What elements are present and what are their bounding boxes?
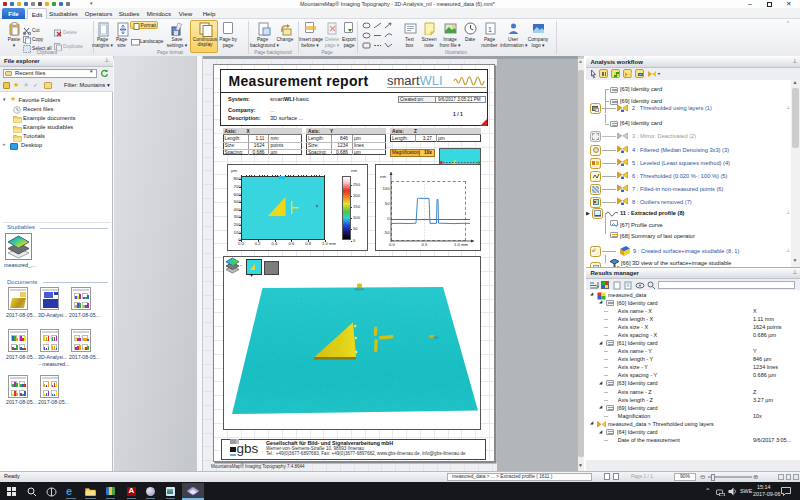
svg-text:1: 1 [488,26,492,33]
